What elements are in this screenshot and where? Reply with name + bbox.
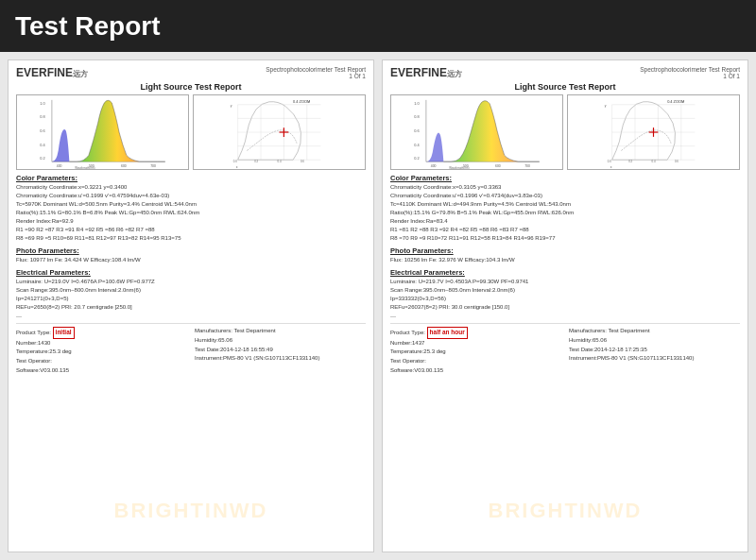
color-line4-left: Ratio(%):15.1% G=80.1% B=6.8% Peak WL:Gp…	[16, 209, 366, 217]
color-line2-left: Chromaticity Coordinate:u'=0.1999 v'=0.4…	[16, 192, 366, 200]
color-line1-left: Chromaticity Coordinate:x=0.3221 y=0.340…	[16, 183, 366, 192]
ri-values1-right: R1 =81 R2 =88 R3 =92 R4 =82 R5 =88 R6 =8…	[390, 226, 740, 234]
ri-values1-left: R1 =90 R2 =87 R3 =91 R4 =92 R5 =86 R6 =8…	[16, 226, 366, 234]
color-line3-right: Tc=4110K Dominant WL:d=494.9nm Purity=4.…	[390, 200, 740, 209]
product-type-value-left: initial	[53, 327, 75, 338]
everfine-logo-right: EVERFINE远方	[390, 66, 462, 79]
product-info-right: Product Type: half an hour Number:1437 T…	[390, 323, 740, 375]
svg-text:0.6: 0.6	[675, 161, 679, 164]
svg-text:0.2: 0.2	[40, 157, 44, 161]
svg-text:1.0: 1.0	[40, 101, 45, 106]
everfine-header-left: EVERFINE远方 Spectrophotocolorimeter Test …	[16, 66, 366, 79]
svg-text:y: y	[231, 104, 232, 108]
svg-text:y: y	[605, 104, 607, 108]
ri-values2-right: R8 =70 R9 =9 R10=72 R11=91 R12=58 R13=84…	[390, 234, 740, 243]
product-col1-right: Product Type: half an hour Number:1437 T…	[390, 327, 561, 375]
spd-chart-left: 1.0 0.8 0.6 0.4 0.2	[16, 94, 189, 170]
product-col2-left: Manufacturers: Test Department Humidity:…	[195, 327, 366, 375]
elec-params-header-left: Electrical Parameters:	[16, 268, 366, 277]
svg-text:x: x	[610, 165, 612, 169]
everfine-header-right: EVERFINE远方 Spectrophotocolorimeter Test …	[390, 66, 740, 79]
color-line1-right: Chromaticity Coordinate:x=0.3105 y=0.336…	[390, 183, 740, 192]
main-content: EVERFINE远方 Spectrophotocolorimeter Test …	[0, 52, 756, 560]
ri-values2-left: R8 =69 R9 =5 R10=69 R11=81 R12=97 R13=82…	[16, 234, 366, 243]
spd-chart-right: 1.0 0.8 0.6 0.4 0.2 400	[390, 94, 563, 170]
color-line4-right: Ratio(%):15.1% G=79.8% B=5.1% Peak WL:Gp…	[390, 209, 740, 217]
svg-text:0.8: 0.8	[414, 115, 419, 120]
elec-line1-left: Luminaire: U=219.0V I=0.4676A P=100.6W P…	[16, 278, 366, 286]
svg-text:0.2: 0.2	[254, 161, 258, 164]
svg-text:0.4: 0.4	[278, 161, 282, 164]
svg-text:0.4: 0.4	[40, 143, 45, 147]
color-line3-left: Tc=5970K Dominant WL:d=500.5nm Purity=3.…	[16, 200, 366, 209]
svg-text:0.4: 0.4	[414, 143, 420, 147]
chroma-chart-right: 0.4 ZOOM x y 0.0	[567, 94, 740, 170]
photo-params-header-right: Photo Parameters:	[390, 246, 740, 255]
product-info-left: Product Type: initial Number:1430 Temper…	[16, 323, 366, 375]
watermark-right: BRIGHTINWD	[489, 499, 643, 523]
color-line2-right: Chromaticity Coordinate:u'=0.1996 v'=0.4…	[390, 192, 740, 200]
elec-line4-left: REFu=2650(8=2) PRI: 20.7 centigrade [250…	[16, 303, 366, 312]
product-col2-right: Manufacturers: Test Department Humidity:…	[569, 327, 740, 375]
svg-text:0.0: 0.0	[608, 161, 611, 164]
elec-line3-left: Ip=241271(0+3,D=5)	[16, 295, 366, 303]
svg-text:0.6: 0.6	[301, 161, 304, 164]
svg-text:600: 600	[495, 164, 501, 168]
report-title-right: Light Source Test Report	[390, 82, 740, 92]
watermark-left: BRIGHTINWD	[114, 499, 268, 523]
color-line5-right: Render Index:Ra=83.4	[390, 217, 740, 226]
svg-text:0.2: 0.2	[628, 161, 632, 164]
report-panel-left: EVERFINE远方 Spectrophotocolorimeter Test …	[8, 59, 374, 552]
report-header-right-right: Spectrophotocolorimeter Test Report 1 Of…	[640, 66, 740, 79]
report-title-left: Light Source Test Report	[16, 82, 366, 92]
elec-line4-right: REFu=26037(8=2) PRI: 30.0 centigrade [15…	[390, 303, 740, 312]
svg-text:0.6: 0.6	[40, 128, 44, 133]
svg-text:0.8: 0.8	[40, 115, 44, 120]
page-title: Test Report	[15, 11, 161, 42]
svg-text:700: 700	[150, 164, 156, 168]
elec-line2-left: Scan Range:395.0nm~800.0nm Interval:2.0n…	[16, 286, 366, 295]
elec-line3-right: Ip=333332(0+3,D=56)	[390, 295, 740, 303]
color-line5-left: Render Index:Ra=92.9	[16, 217, 366, 226]
elec-line1-right: Luminaire: U=219.7V I=0.4503A P=99.30W P…	[390, 278, 740, 286]
svg-text:0.4 ZOOM: 0.4 ZOOM	[667, 99, 684, 104]
charts-row-right: 1.0 0.8 0.6 0.4 0.2 400	[390, 94, 740, 170]
svg-text:600: 600	[121, 164, 127, 168]
svg-text:0.4 ZOOM: 0.4 ZOOM	[293, 99, 310, 104]
svg-text:400: 400	[431, 164, 437, 168]
report-panel-right: EVERFINE远方 Spectrophotocolorimeter Test …	[382, 59, 748, 552]
product-col1-left: Product Type: initial Number:1430 Temper…	[16, 327, 187, 375]
photo-line1-right: Flux: 10256 lm Fe: 32.976 W Efficacy:104…	[390, 256, 740, 264]
svg-text:x: x	[236, 165, 238, 169]
elec-params-header-right: Electrical Parameters:	[390, 268, 740, 277]
color-params-header-right: Color Parameters:	[390, 174, 740, 182]
elec-line2-right: Scan Range:395.0nm~805.0nm Interval:2.0n…	[390, 286, 740, 295]
everfine-logo-left: EVERFINE远方	[16, 66, 88, 79]
svg-text:0.2: 0.2	[414, 157, 419, 161]
svg-text:Wavelength(nm): Wavelength(nm)	[75, 166, 94, 169]
svg-text:1.0: 1.0	[414, 101, 420, 106]
product-type-value-right: half an hour	[427, 327, 468, 338]
svg-text:Wavelength(nm): Wavelength(nm)	[449, 166, 469, 169]
svg-text:0.0: 0.0	[233, 161, 237, 164]
color-params-header-left: Color Parameters:	[16, 174, 366, 182]
svg-text:0.6: 0.6	[414, 128, 419, 133]
chroma-chart-left: 0.4 ZOOM	[193, 94, 366, 170]
svg-text:700: 700	[524, 164, 530, 168]
report-header-right-left: Spectrophotocolorimeter Test Report 1 Of…	[266, 66, 366, 79]
svg-text:0.4: 0.4	[652, 161, 656, 164]
charts-row-left: 1.0 0.8 0.6 0.4 0.2	[16, 94, 366, 170]
photo-line1-left: Flux: 10977 lm Fe: 34.424 W Efficacy:108…	[16, 256, 366, 264]
title-bar: Test Report	[0, 0, 756, 52]
dashes-right: ---	[390, 314, 740, 319]
svg-text:400: 400	[57, 164, 62, 168]
dashes-left: ---	[16, 314, 366, 319]
photo-params-header-left: Photo Parameters:	[16, 246, 366, 255]
